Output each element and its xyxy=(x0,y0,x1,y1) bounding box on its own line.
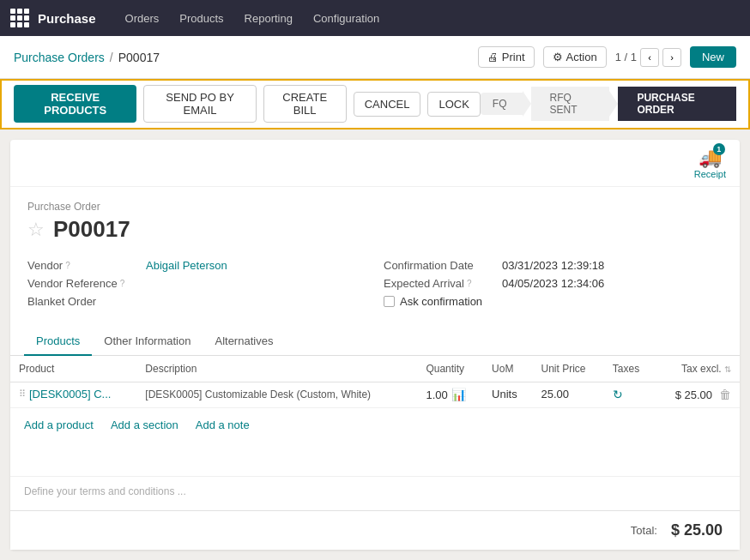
form-fields: Vendor ? Abigail Peterson Vendor Referen… xyxy=(27,256,723,321)
nav-configuration[interactable]: Configuration xyxy=(305,7,388,30)
nav-orders[interactable]: Orders xyxy=(117,7,168,30)
pipeline-rfq-sent[interactable]: RFQ SENT xyxy=(531,87,610,121)
confirmation-field-row: Confirmation Date 03/31/2023 12:39:18 xyxy=(384,256,723,274)
add-section-button[interactable]: Add a section xyxy=(107,417,182,433)
app-name[interactable]: Purchase xyxy=(38,11,96,26)
expected-value: 04/05/2023 12:34:06 xyxy=(502,277,604,290)
ask-confirmation-checkbox[interactable] xyxy=(384,296,395,307)
vendor-label: Vendor ? xyxy=(27,259,139,272)
terms-placeholder: Define your terms and conditions ... xyxy=(24,485,186,497)
col-uom: UoM xyxy=(483,356,532,382)
expected-field-row: Expected Arrival ? 04/05/2023 12:34:06 xyxy=(384,274,723,292)
vendor-value[interactable]: Abigail Peterson xyxy=(146,259,227,272)
printer-icon: 🖨 xyxy=(487,51,499,63)
confirmation-label: Confirmation Date xyxy=(384,259,495,272)
favorite-star-icon[interactable]: ☆ xyxy=(27,219,45,241)
top-navigation: Purchase Orders Products Reporting Confi… xyxy=(0,0,750,36)
print-button[interactable]: 🖨 Print xyxy=(478,46,535,68)
product-code[interactable]: [DESK0005] C... xyxy=(29,388,111,400)
vendor-ref-label: Vendor Reference ? xyxy=(27,277,139,290)
products-table-wrap: Product Description Quantity UoM Unit Pr… xyxy=(10,356,740,408)
receipt-bar: 🚚 1 Receipt xyxy=(10,140,740,187)
status-pipeline: FQ RFQ SENT PURCHASE ORDER xyxy=(481,87,736,121)
order-title-row: ☆ P00017 xyxy=(27,216,723,243)
sort-icon[interactable]: ⇅ xyxy=(724,364,731,374)
col-tax-excl: Tax excl. ⇅ xyxy=(655,356,740,382)
create-bill-button[interactable]: CREATE BILL xyxy=(263,85,347,123)
expected-help[interactable]: ? xyxy=(467,279,472,288)
new-button[interactable]: New xyxy=(690,46,736,68)
tab-products[interactable]: Products xyxy=(24,328,92,356)
terms-section[interactable]: Define your terms and conditions ... xyxy=(10,476,740,510)
breadcrumb-current: P00017 xyxy=(118,51,160,64)
pager: 1 / 1 ‹ › xyxy=(615,48,681,67)
send-po-button[interactable]: SEND PO BY EMAIL xyxy=(143,85,256,123)
add-product-button[interactable]: Add a product xyxy=(21,417,97,433)
products-table: Product Description Quantity UoM Unit Pr… xyxy=(10,356,740,408)
vendor-help[interactable]: ? xyxy=(65,261,70,270)
receipt-count: 1 xyxy=(713,143,725,155)
action-bar: RECEIVE PRODUCTS SEND PO BY EMAIL CREATE… xyxy=(0,79,750,129)
expected-label: Expected Arrival ? xyxy=(384,277,495,290)
tab-other-information[interactable]: Other Information xyxy=(92,328,203,356)
spacer xyxy=(10,442,740,476)
pipeline-arrow-2 xyxy=(609,91,618,117)
pager-next[interactable]: › xyxy=(662,48,681,67)
row-tax-excl: $ 25.00 🗑 xyxy=(655,382,740,408)
breadcrumb: Purchase Orders / P00017 xyxy=(14,51,160,64)
cancel-button[interactable]: CANCEL xyxy=(354,92,421,117)
row-taxes: ↻ xyxy=(604,382,655,408)
col-quantity: Quantity xyxy=(417,356,483,382)
vendor-ref-field-row: Vendor Reference ? xyxy=(27,274,366,292)
breadcrumb-bar: Purchase Orders / P00017 🖨 Print ⚙ Actio… xyxy=(0,36,750,79)
app-menu-icon[interactable] xyxy=(10,9,29,27)
pipeline-arrow-1 xyxy=(523,91,531,117)
nav-menu: Orders Products Reporting Configuration xyxy=(117,7,389,30)
total-value: $ 25.00 xyxy=(671,521,723,539)
tax-excl-value: $ 25.00 xyxy=(675,388,712,401)
main-content: 🚚 1 Receipt Purchase Order ☆ P00017 Vend… xyxy=(10,140,740,550)
receipt-label: Receipt xyxy=(694,169,726,179)
row-description: [DESK0005] Customizable Desk (Custom, Wh… xyxy=(136,382,417,408)
receive-products-button[interactable]: RECEIVE PRODUCTS xyxy=(14,85,136,123)
order-number: P00017 xyxy=(53,216,130,243)
confirmation-value: 03/31/2023 12:39:18 xyxy=(502,259,604,272)
col-taxes: Taxes xyxy=(604,356,655,382)
row-product-code: ⠿ [DESK0005] C... xyxy=(10,382,136,408)
forecast-icon[interactable]: 📊 xyxy=(451,388,466,401)
ask-confirmation-label: Ask confirmation xyxy=(400,295,482,308)
add-note-button[interactable]: Add a note xyxy=(192,417,253,433)
ask-confirmation-row: Ask confirmation xyxy=(384,292,723,310)
blanket-label: Blanket Order xyxy=(27,295,139,308)
drag-handle[interactable]: ⠿ xyxy=(19,388,26,400)
pipeline-purchase-order[interactable]: PURCHASE ORDER xyxy=(618,87,736,121)
pipeline-fq[interactable]: FQ xyxy=(481,93,523,115)
nav-products[interactable]: Products xyxy=(171,7,232,30)
row-uom[interactable]: Units xyxy=(483,382,532,408)
row-unit-price[interactable]: 25.00 xyxy=(533,382,604,408)
lock-button[interactable]: LOCK xyxy=(427,92,480,117)
header-actions: 🖨 Print ⚙ Action 1 / 1 ‹ › New xyxy=(478,46,736,68)
total-label: Total: xyxy=(631,524,657,537)
gear-icon: ⚙ xyxy=(553,51,563,63)
nav-reporting[interactable]: Reporting xyxy=(236,7,301,30)
delete-row-icon[interactable]: 🗑 xyxy=(719,388,731,401)
receipt-link[interactable]: 🚚 1 Receipt xyxy=(694,147,726,179)
total-bar: Total: $ 25.00 xyxy=(10,510,740,550)
row-quantity: 1.00 📊 xyxy=(417,382,483,408)
action-buttons: RECEIVE PRODUCTS SEND PO BY EMAIL CREATE… xyxy=(14,85,481,123)
action-button[interactable]: ⚙ Action xyxy=(543,46,607,68)
description-text: [DESK0005] Customizable Desk (Custom, Wh… xyxy=(145,388,408,402)
form-section: Purchase Order ☆ P00017 Vendor ? Abigail… xyxy=(10,187,740,328)
document-label: Purchase Order xyxy=(27,201,723,213)
breadcrumb-parent[interactable]: Purchase Orders xyxy=(14,51,105,64)
col-product: Product xyxy=(10,356,136,382)
breadcrumb-separator: / xyxy=(110,51,113,64)
tax-refresh-icon[interactable]: ↻ xyxy=(613,388,623,401)
quantity-value[interactable]: 1.00 xyxy=(426,388,447,401)
pager-prev[interactable]: ‹ xyxy=(640,48,659,67)
vendor-ref-help[interactable]: ? xyxy=(120,279,125,288)
add-row: Add a product Add a section Add a note xyxy=(10,408,740,442)
blanket-field-row: Blanket Order xyxy=(27,292,366,310)
tab-alternatives[interactable]: Alternatives xyxy=(203,328,285,356)
